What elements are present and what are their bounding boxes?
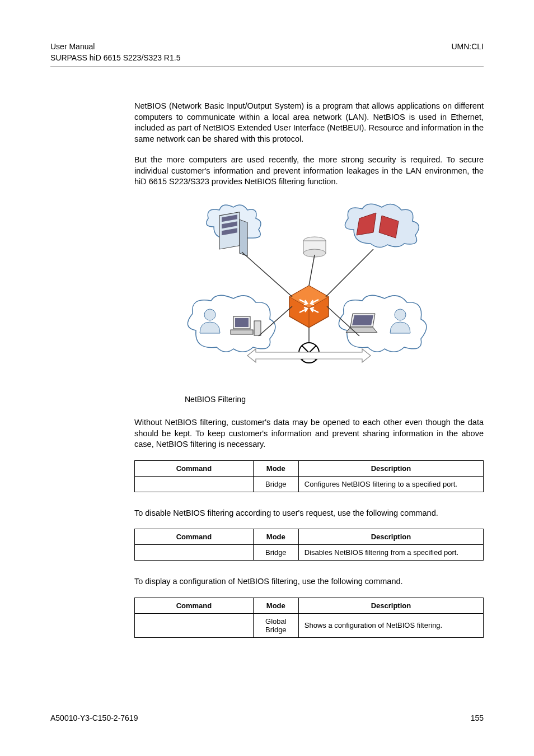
header-right: UMN:CLI <box>451 42 484 51</box>
svg-rect-19 <box>254 321 261 335</box>
table-header: Description <box>298 529 483 545</box>
footer-page-number: 155 <box>471 713 484 722</box>
table-row: Bridge Disables NetBIOS filtering from a… <box>135 545 484 561</box>
body-paragraph: But the more computers are used recently… <box>134 155 484 188</box>
svg-rect-18 <box>231 330 253 334</box>
svg-line-9 <box>242 252 292 297</box>
svg-line-8 <box>309 255 315 286</box>
command-table-disable: Command Mode Description Bridge Disables… <box>134 529 484 561</box>
table-header: Command <box>135 598 254 613</box>
svg-point-20 <box>395 309 406 320</box>
table-header: Description <box>298 598 483 613</box>
footer-docid: A50010-Y3-C150-2-7619 <box>50 713 138 722</box>
cell-desc: Configures NetBIOS filtering to a specif… <box>298 476 483 492</box>
header-subtitle: SURPASS hiD 6615 S223/S323 R1.5 <box>50 53 484 62</box>
cell-command <box>135 476 254 492</box>
cell-mode: Bridge <box>253 476 298 492</box>
table-header: Command <box>135 460 254 476</box>
svg-line-10 <box>326 249 373 297</box>
header-left: User Manual <box>50 42 95 51</box>
cell-command <box>135 545 254 561</box>
table-header: Command <box>135 529 254 545</box>
figure-caption: NetBIOS Filtering <box>185 395 484 404</box>
cell-mode: Global Bridge <box>253 613 298 637</box>
table-row: Global Bridge Shows a configuration of N… <box>135 613 484 637</box>
cell-desc: Disables NetBIOS filtering from a specif… <box>298 545 483 561</box>
svg-point-15 <box>204 309 216 320</box>
body-paragraph: NetBIOS (Network Basic Input/Output Syst… <box>134 101 484 144</box>
figure-netbios-filtering <box>134 199 484 378</box>
cell-desc: Shows a configuration of NetBIOS filteri… <box>298 613 483 637</box>
body-paragraph: To disable NetBIOS filtering according t… <box>134 508 484 519</box>
table-header: Mode <box>253 598 298 613</box>
cell-command <box>135 613 254 637</box>
table-header: Description <box>298 460 483 476</box>
body-paragraph: Without NetBIOS filtering, customer's da… <box>134 417 484 450</box>
svg-rect-1 <box>240 220 247 256</box>
body-paragraph: To display a configuration of NetBIOS fi… <box>134 576 484 587</box>
svg-rect-17 <box>235 318 249 327</box>
command-table-show: Command Mode Description Global Bridge S… <box>134 598 484 638</box>
command-table-enable: Command Mode Description Bridge Configur… <box>134 460 484 492</box>
table-header: Mode <box>253 529 298 545</box>
header-rule <box>50 67 484 67</box>
table-header: Mode <box>253 460 298 476</box>
cell-mode: Bridge <box>253 545 298 561</box>
table-row: Bridge Configures NetBIOS filtering to a… <box>135 476 484 492</box>
